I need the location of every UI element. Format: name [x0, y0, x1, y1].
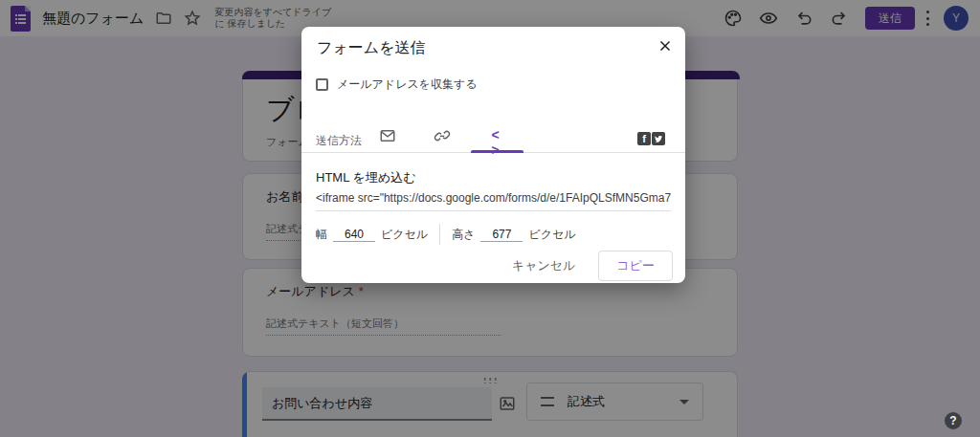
- twitter-icon[interactable]: [652, 132, 665, 145]
- collect-email-checkbox[interactable]: メールアドレスを収集する: [316, 76, 478, 93]
- tab-email-envelope-icon[interactable]: [377, 127, 398, 146]
- height-label: 高さ: [452, 227, 475, 243]
- width-unit: ピクセル: [381, 227, 428, 243]
- dialog-title: フォームを送信: [317, 38, 426, 58]
- help-icon[interactable]: ?: [945, 412, 962, 429]
- send-form-dialog: フォームを送信 メールアドレスを収集する 送信方法 < > f HTML を埋め…: [301, 27, 685, 283]
- close-icon[interactable]: [657, 37, 674, 55]
- collect-email-label: メールアドレスを収集する: [337, 76, 478, 93]
- width-input[interactable]: 640: [333, 228, 375, 242]
- embed-code-field[interactable]: <iframe src="https://docs.google.com/for…: [316, 191, 671, 211]
- height-unit: ピクセル: [528, 227, 575, 243]
- send-method-tabs: 送信方法 < > f: [301, 106, 685, 153]
- size-divider: [439, 224, 440, 245]
- checkbox-icon[interactable]: [316, 78, 328, 91]
- selected-tab-underline: [471, 150, 523, 153]
- tab-link-icon[interactable]: [432, 127, 453, 146]
- cancel-button[interactable]: キャンセル: [502, 251, 586, 280]
- copy-button[interactable]: コピー: [598, 251, 673, 281]
- embed-heading: HTML を埋め込む: [316, 169, 415, 186]
- send-via-label: 送信方法: [316, 133, 362, 149]
- height-input[interactable]: 677: [480, 228, 523, 242]
- width-label: 幅: [316, 227, 327, 243]
- embed-size-row: 幅 640 ピクセル 高さ 677 ピクセル: [316, 225, 576, 244]
- facebook-icon[interactable]: f: [637, 132, 651, 145]
- tab-embed-code-icon[interactable]: < >: [485, 127, 506, 146]
